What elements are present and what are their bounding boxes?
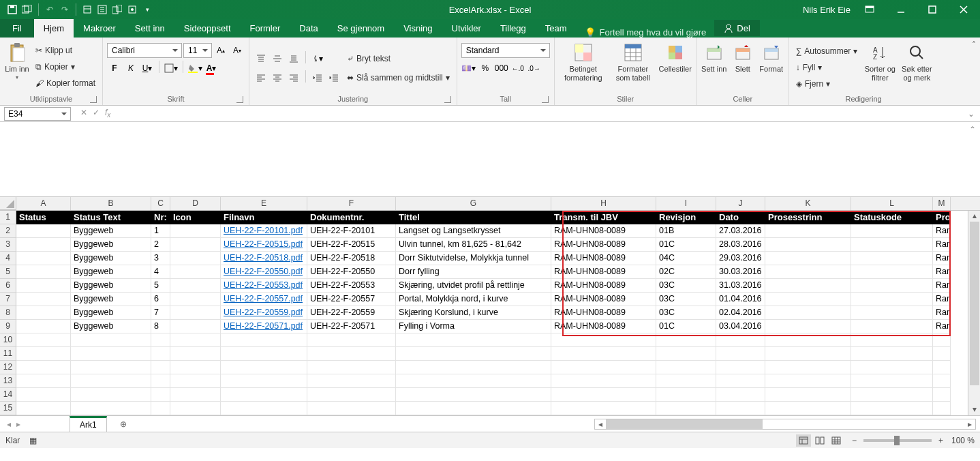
- tab-sideoppsett[interactable]: Sideoppsett: [174, 19, 241, 38]
- cell-nr[interactable]: 2: [151, 238, 170, 252]
- empty-cell[interactable]: [765, 374, 851, 388]
- cell-rev[interactable]: 03C: [656, 279, 716, 293]
- tab-data[interactable]: Data: [290, 19, 327, 38]
- cell-tittel[interactable]: Skjæring, utvidet profil på rettlinje: [396, 279, 551, 293]
- cell-doknr[interactable]: UEH-22-F-20550: [307, 265, 396, 279]
- align-left-icon[interactable]: [254, 70, 269, 85]
- copy-button[interactable]: ⧉Kopier ▾: [33, 59, 98, 74]
- empty-cell[interactable]: [221, 374, 307, 388]
- cell-transm[interactable]: RAM-UHN08-0089: [551, 306, 656, 320]
- empty-cell[interactable]: [16, 361, 71, 374]
- table-header-cell[interactable]: Icon: [170, 211, 221, 224]
- cell-skode[interactable]: [851, 320, 933, 333]
- cell-nr[interactable]: 4: [151, 265, 170, 279]
- cell-skode[interactable]: [851, 306, 933, 320]
- increase-indent-icon[interactable]: [326, 70, 341, 85]
- empty-cell[interactable]: [396, 388, 551, 402]
- empty-cell[interactable]: [170, 333, 221, 347]
- tab-home[interactable]: Hjem: [34, 19, 74, 38]
- empty-cell[interactable]: [765, 347, 851, 361]
- normal-view-icon[interactable]: [796, 434, 811, 447]
- cell-tittel[interactable]: Dorr Siktutvidelse, Molykkja tunnel: [396, 252, 551, 265]
- cell-pro[interactable]: Ramb: [933, 265, 951, 279]
- cell-status[interactable]: [16, 293, 71, 306]
- tab-settinn[interactable]: Sett inn: [125, 19, 174, 38]
- cell-rev[interactable]: 04C: [656, 252, 716, 265]
- cell-transm[interactable]: RAM-UHN08-0089: [551, 265, 656, 279]
- cut-button[interactable]: ✂Klipp ut: [33, 43, 98, 58]
- table-header-cell[interactable]: Revisjon: [656, 211, 716, 224]
- cell-doknr[interactable]: UEH-22-F-20557: [307, 293, 396, 306]
- cell-status[interactable]: [16, 252, 71, 265]
- col-header[interactable]: H: [551, 197, 656, 210]
- empty-cell[interactable]: [851, 388, 933, 402]
- collapse-formula-icon[interactable]: ⌃: [969, 125, 976, 134]
- sheet-tab-ark1[interactable]: Ark1: [70, 416, 107, 432]
- sort-filter-button[interactable]: AZSorter og filtrer: [863, 40, 897, 93]
- cell-dato[interactable]: 02.04.2016: [716, 306, 765, 320]
- enter-formula-icon[interactable]: ✓: [93, 108, 99, 119]
- empty-cell[interactable]: [71, 361, 151, 374]
- cell-dato[interactable]: 29.03.2016: [716, 252, 765, 265]
- cell-skode[interactable]: [851, 224, 933, 238]
- cell-doknr[interactable]: UEH-22-F-20559: [307, 306, 396, 320]
- decrease-font-icon[interactable]: A▾: [230, 43, 245, 58]
- conditional-format-button[interactable]: Betinget formatering: [559, 40, 608, 93]
- accounting-format-icon[interactable]: 💷▾: [461, 61, 476, 76]
- decrease-indent-icon[interactable]: [310, 70, 325, 85]
- qat-icon-3[interactable]: [110, 3, 124, 16]
- empty-cell[interactable]: [16, 402, 71, 415]
- cell-icon[interactable]: [170, 306, 221, 320]
- col-header[interactable]: A: [16, 197, 71, 210]
- tab-file[interactable]: Fil: [0, 19, 34, 38]
- empty-cell[interactable]: [151, 388, 170, 402]
- horizontal-scrollbar[interactable]: ◂ ▸: [594, 419, 976, 430]
- tab-formler[interactable]: Formler: [241, 19, 290, 38]
- cell-pros[interactable]: [765, 293, 851, 306]
- undo-icon[interactable]: ↶: [43, 3, 57, 16]
- collapse-ribbon-icon[interactable]: ˄: [972, 38, 980, 105]
- cell-dato[interactable]: 01.04.2016: [716, 293, 765, 306]
- table-header-cell[interactable]: Prosesstrinn: [765, 211, 851, 224]
- table-header-cell[interactable]: Transm. til JBV: [551, 211, 656, 224]
- empty-cell[interactable]: [307, 347, 396, 361]
- empty-cell[interactable]: [765, 361, 851, 374]
- italic-button[interactable]: K: [123, 61, 138, 76]
- col-header[interactable]: K: [765, 197, 851, 210]
- align-right-icon[interactable]: [286, 70, 301, 85]
- cell-filnavn[interactable]: UEH-22-F-20557.pdf: [221, 293, 307, 306]
- empty-cell[interactable]: [551, 333, 656, 347]
- col-header[interactable]: L: [851, 197, 933, 210]
- font-size-select[interactable]: 11: [183, 43, 212, 58]
- cell-pro[interactable]: Ramb: [933, 238, 951, 252]
- cell-doknr[interactable]: UEH-22-F-20553: [307, 279, 396, 293]
- increase-decimal-icon[interactable]: ←.0: [510, 61, 525, 76]
- cell-skode[interactable]: [851, 293, 933, 306]
- cell-nr[interactable]: 8: [151, 320, 170, 333]
- cell-transm[interactable]: RAM-UHN08-0089: [551, 320, 656, 333]
- cell-transm[interactable]: RAM-UHN08-0089: [551, 238, 656, 252]
- cell-pros[interactable]: [765, 279, 851, 293]
- empty-cell[interactable]: [71, 333, 151, 347]
- cell-pros[interactable]: [765, 320, 851, 333]
- user-name[interactable]: Nils Erik Eie: [803, 5, 851, 15]
- zoom-level[interactable]: 100 %: [951, 436, 975, 445]
- row-header[interactable]: 1: [0, 211, 16, 224]
- empty-cell[interactable]: [221, 402, 307, 415]
- cell-icon[interactable]: [170, 265, 221, 279]
- cell-rev[interactable]: 03C: [656, 293, 716, 306]
- cell-statustext[interactable]: Byggeweb: [71, 279, 151, 293]
- decrease-decimal-icon[interactable]: .0→: [527, 61, 542, 76]
- empty-cell[interactable]: [170, 347, 221, 361]
- dialog-launcher-icon[interactable]: [236, 96, 243, 103]
- dialog-launcher-icon[interactable]: [90, 96, 97, 103]
- align-middle-icon[interactable]: [270, 51, 285, 66]
- row-header[interactable]: 10: [0, 333, 16, 347]
- cell-pros[interactable]: [765, 252, 851, 265]
- table-header-cell[interactable]: Statuskode: [851, 211, 933, 224]
- cell-rev[interactable]: 01C: [656, 320, 716, 333]
- cell-skode[interactable]: [851, 238, 933, 252]
- page-break-view-icon[interactable]: [829, 434, 844, 447]
- empty-cell[interactable]: [307, 333, 396, 347]
- tell-me[interactable]: 💡 Fortell meg hva du vil gjøre: [577, 27, 715, 38]
